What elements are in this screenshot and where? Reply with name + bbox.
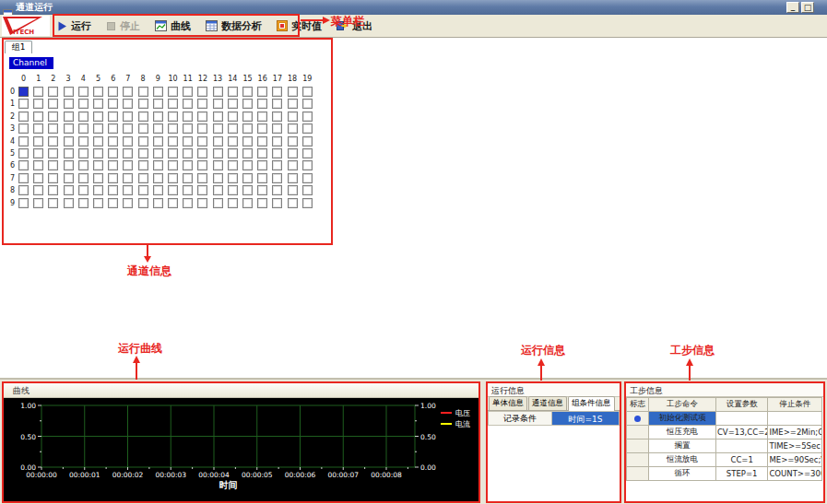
channel-checkbox-4-2[interactable] — [48, 136, 58, 147]
channel-checkbox-1-3[interactable] — [64, 99, 74, 109]
channel-checkbox-9-16[interactable] — [257, 198, 267, 208]
channel-checkbox-0-0[interactable] — [18, 87, 29, 97]
channel-checkbox-1-17[interactable] — [272, 99, 282, 109]
step-command-cell[interactable]: 循环 — [649, 467, 716, 481]
channel-checkbox-4-13[interactable] — [213, 136, 223, 147]
channel-checkbox-6-2[interactable] — [48, 160, 58, 170]
play-button[interactable]: 运行 — [57, 19, 91, 33]
channel-checkbox-5-6[interactable] — [108, 148, 118, 158]
channel-checkbox-9-12[interactable] — [197, 198, 207, 208]
step-row-1[interactable]: 恒压充电CV=13,CC=2IME>=2Min;CURR< — [627, 426, 822, 440]
channel-checkbox-1-2[interactable] — [48, 99, 58, 109]
channel-checkbox-7-1[interactable] — [33, 173, 43, 183]
channel-checkbox-6-14[interactable] — [228, 160, 238, 170]
channel-checkbox-0-14[interactable] — [228, 87, 238, 97]
channel-checkbox-7-5[interactable] — [93, 173, 103, 183]
channel-checkbox-2-12[interactable] — [197, 111, 207, 122]
channel-checkbox-7-8[interactable] — [138, 173, 148, 183]
channel-checkbox-0-18[interactable] — [288, 87, 298, 97]
channel-checkbox-8-12[interactable] — [197, 185, 207, 195]
channel-checkbox-7-4[interactable] — [78, 173, 89, 183]
channel-checkbox-8-11[interactable] — [183, 185, 193, 195]
channel-checkbox-1-15[interactable] — [242, 99, 253, 109]
channel-checkbox-8-4[interactable] — [78, 185, 89, 195]
channel-checkbox-0-17[interactable] — [272, 87, 282, 97]
channel-checkbox-7-18[interactable] — [288, 173, 298, 183]
channel-checkbox-1-8[interactable] — [138, 99, 148, 109]
channel-checkbox-1-13[interactable] — [213, 99, 223, 109]
channel-checkbox-8-3[interactable] — [64, 185, 74, 195]
channel-checkbox-8-19[interactable] — [302, 185, 313, 195]
channel-checkbox-3-19[interactable] — [302, 123, 313, 134]
channel-checkbox-8-6[interactable] — [108, 185, 118, 195]
record-condition-value[interactable]: 时间=1S — [552, 411, 620, 426]
channel-checkbox-2-4[interactable] — [78, 111, 89, 122]
channel-checkbox-4-15[interactable] — [242, 136, 253, 147]
channel-checkbox-3-3[interactable] — [64, 123, 74, 134]
channel-checkbox-7-0[interactable] — [18, 173, 29, 183]
channel-checkbox-2-2[interactable] — [48, 111, 58, 122]
channel-checkbox-0-16[interactable] — [257, 87, 267, 97]
channel-checkbox-6-18[interactable] — [288, 160, 298, 170]
channel-checkbox-8-14[interactable] — [228, 185, 238, 195]
channel-checkbox-3-15[interactable] — [242, 123, 253, 134]
minimize-button[interactable]: _ — [786, 2, 799, 13]
channel-checkbox-1-18[interactable] — [288, 99, 298, 109]
channel-checkbox-2-3[interactable] — [64, 111, 74, 122]
realtime-button[interactable]: 实时值 — [277, 19, 322, 33]
channel-checkbox-2-5[interactable] — [93, 111, 103, 122]
channel-checkbox-6-16[interactable] — [257, 160, 267, 170]
channel-checkbox-2-16[interactable] — [257, 111, 267, 122]
channel-checkbox-1-4[interactable] — [78, 99, 89, 109]
channel-checkbox-3-11[interactable] — [183, 123, 193, 134]
channel-checkbox-4-7[interactable] — [123, 136, 133, 147]
channel-checkbox-1-12[interactable] — [197, 99, 207, 109]
step-row-2[interactable]: 搁置TIME>=5Sec — [627, 440, 822, 453]
channel-checkbox-9-5[interactable] — [93, 198, 103, 208]
channel-checkbox-5-8[interactable] — [138, 148, 148, 158]
channel-checkbox-3-4[interactable] — [78, 123, 89, 134]
channel-checkbox-4-5[interactable] — [93, 136, 103, 147]
channel-checkbox-1-9[interactable] — [153, 99, 163, 109]
channel-checkbox-4-12[interactable] — [197, 136, 207, 147]
channel-checkbox-2-10[interactable] — [168, 111, 178, 122]
channel-checkbox-3-13[interactable] — [213, 123, 223, 134]
channel-checkbox-1-19[interactable] — [302, 99, 313, 109]
channel-checkbox-7-11[interactable] — [183, 173, 193, 183]
channel-checkbox-7-3[interactable] — [64, 173, 74, 183]
channel-checkbox-8-15[interactable] — [242, 185, 253, 195]
tab-group-1[interactable]: 组1 — [5, 41, 32, 53]
run-info-tab-2[interactable]: 组条件信息 — [568, 396, 615, 411]
channel-checkbox-7-10[interactable] — [168, 173, 178, 183]
channel-checkbox-5-9[interactable] — [153, 148, 163, 158]
channel-checkbox-5-17[interactable] — [272, 148, 282, 158]
channel-checkbox-5-0[interactable] — [18, 148, 29, 158]
run-info-tab-1[interactable]: 通道信息 — [528, 396, 567, 410]
channel-checkbox-9-0[interactable] — [18, 198, 29, 208]
run-info-tab-0[interactable]: 单体信息 — [489, 396, 527, 410]
data-analysis-button[interactable]: 数据分析 — [206, 19, 262, 33]
channel-checkbox-1-0[interactable] — [18, 99, 29, 109]
channel-checkbox-4-18[interactable] — [288, 136, 298, 147]
channel-checkbox-6-12[interactable] — [197, 160, 207, 170]
channel-checkbox-6-1[interactable] — [33, 160, 43, 170]
channel-checkbox-2-9[interactable] — [153, 111, 163, 122]
channel-checkbox-3-0[interactable] — [18, 123, 29, 134]
channel-checkbox-9-4[interactable] — [78, 198, 89, 208]
channel-checkbox-8-10[interactable] — [168, 185, 178, 195]
channel-checkbox-6-17[interactable] — [272, 160, 282, 170]
step-command-cell[interactable]: 初始化测试项 — [649, 412, 716, 426]
channel-checkbox-6-5[interactable] — [93, 160, 103, 170]
channel-checkbox-8-9[interactable] — [153, 185, 163, 195]
channel-checkbox-9-18[interactable] — [288, 198, 298, 208]
channel-checkbox-1-11[interactable] — [183, 99, 193, 109]
step-row-0[interactable]: 初始化测试项 — [627, 412, 822, 426]
channel-checkbox-6-0[interactable] — [18, 160, 29, 170]
channel-checkbox-6-15[interactable] — [242, 160, 253, 170]
channel-checkbox-3-2[interactable] — [48, 123, 58, 134]
channel-checkbox-9-1[interactable] — [33, 198, 43, 208]
channel-checkbox-6-6[interactable] — [108, 160, 118, 170]
channel-checkbox-7-7[interactable] — [123, 173, 133, 183]
channel-checkbox-3-17[interactable] — [272, 123, 282, 134]
channel-checkbox-7-15[interactable] — [242, 173, 253, 183]
